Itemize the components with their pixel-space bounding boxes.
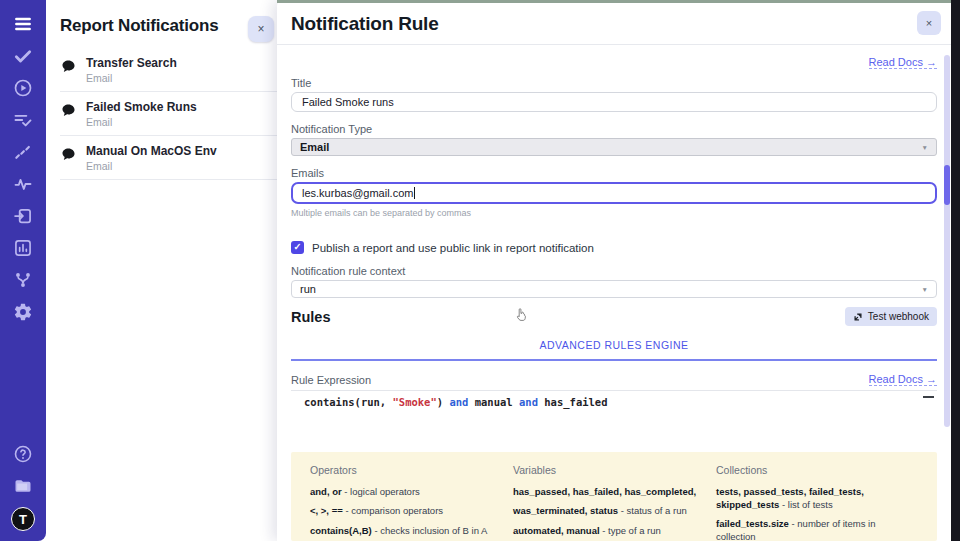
emails-input-value: les.kurbas@gmail.com bbox=[302, 187, 413, 199]
sidebar: T bbox=[0, 0, 46, 541]
window-right-edge bbox=[951, 0, 960, 541]
help-column: Collectionstests, passed_tests, failed_t… bbox=[716, 464, 931, 541]
help-column-title: Operators bbox=[310, 464, 499, 476]
webhook-icon bbox=[853, 312, 863, 322]
list-check-icon[interactable] bbox=[12, 109, 34, 131]
rule-panel-header: Notification Rule × bbox=[277, 3, 951, 45]
emails-input[interactable]: les.kurbas@gmail.com bbox=[291, 182, 937, 204]
text-cursor bbox=[414, 187, 415, 199]
rules-tabs: ADVANCED RULES ENGINE bbox=[291, 329, 937, 361]
notification-list: Transfer Search Email Failed Smoke Runs … bbox=[46, 48, 277, 180]
publish-checkbox[interactable] bbox=[291, 241, 304, 254]
scrollbar-track[interactable] bbox=[944, 55, 950, 427]
check-icon[interactable] bbox=[12, 45, 34, 67]
publish-checkbox-row[interactable]: Publish a report and use public link in … bbox=[291, 241, 937, 254]
read-docs-row: Read Docs → bbox=[291, 52, 937, 66]
publish-checkbox-label: Publish a report and use public link in … bbox=[312, 242, 594, 254]
notification-item-text: Failed Smoke Runs Email bbox=[86, 99, 197, 128]
notification-list-item[interactable]: Transfer Search Email bbox=[60, 48, 277, 92]
emails-help-text: Multiple emails can be separated by comm… bbox=[291, 208, 937, 218]
rule-context-value: run bbox=[300, 283, 316, 295]
notification-item-title: Transfer Search bbox=[86, 56, 177, 70]
rules-row: Rules Test webhook bbox=[291, 307, 937, 326]
folder-icon[interactable] bbox=[12, 475, 34, 497]
activity-icon[interactable] bbox=[12, 173, 34, 195]
notification-item-text: Manual On MacOS Env Email bbox=[86, 143, 217, 172]
notification-item-type: Email bbox=[86, 116, 197, 128]
test-webhook-button[interactable]: Test webhook bbox=[845, 307, 937, 326]
chat-bubble-icon bbox=[60, 58, 77, 75]
app-logo[interactable]: T bbox=[11, 507, 35, 531]
notification-item-type: Email bbox=[86, 72, 177, 84]
chevron-down-icon: ▼ bbox=[922, 286, 928, 293]
branch-icon[interactable] bbox=[12, 269, 34, 291]
play-circle-icon[interactable] bbox=[12, 77, 34, 99]
rule-expression-row: Rule Expression Read Docs → bbox=[291, 373, 937, 386]
report-notifications-panel: Report Notifications × Transfer Search E… bbox=[46, 0, 277, 541]
rule-expression-label: Rule Expression bbox=[291, 374, 371, 386]
help-line: automated, manual - type of a run bbox=[513, 525, 702, 538]
context-field-label: Notification rule context bbox=[291, 265, 937, 277]
close-rule-panel-button[interactable]: × bbox=[917, 11, 941, 35]
read-docs-link[interactable]: Read Docs → bbox=[869, 56, 937, 69]
help-line: has_passed, has_failed, has_completed, bbox=[513, 486, 702, 499]
close-notifications-button[interactable]: × bbox=[248, 16, 274, 42]
notification-item-title: Manual On MacOS Env bbox=[86, 144, 217, 158]
rule-expression-code[interactable]: contains(run, "Smoke") and manual and ha… bbox=[304, 396, 921, 408]
rule-panel-body: Read Docs → Title Failed Smoke runs Noti… bbox=[277, 45, 951, 541]
scrollbar-thumb[interactable] bbox=[944, 165, 950, 205]
rule-expression-editor[interactable]: contains(run, "Smoke") and manual and ha… bbox=[291, 390, 937, 452]
notifications-header: Report Notifications × bbox=[46, 0, 277, 48]
notification-item-type: Email bbox=[86, 160, 217, 172]
menu-icon[interactable] bbox=[12, 13, 34, 35]
rule-context-select[interactable]: run ▼ bbox=[291, 280, 937, 298]
enter-icon[interactable] bbox=[12, 205, 34, 227]
help-line: tests, passed_tests, failed_tests, skipp… bbox=[716, 486, 917, 512]
help-line: and, or - logical operators bbox=[310, 486, 499, 499]
title-input-value: Failed Smoke runs bbox=[302, 96, 394, 108]
help-line: was_terminated, status - status of a run bbox=[513, 505, 702, 518]
help-column: Variableshas_passed, has_failed, has_com… bbox=[513, 464, 716, 541]
expression-help-panel: Operatorsand, or - logical operators<, >… bbox=[291, 452, 937, 541]
steps-icon[interactable] bbox=[12, 141, 34, 163]
help-column: Operatorsand, or - logical operators<, >… bbox=[310, 464, 513, 541]
notification-type-select[interactable]: Email ▼ bbox=[291, 138, 937, 156]
test-webhook-label: Test webhook bbox=[868, 311, 929, 322]
rule-panel-title: Notification Rule bbox=[291, 13, 439, 35]
read-docs-link-rules[interactable]: Read Docs → bbox=[869, 373, 937, 386]
notification-list-item[interactable]: Failed Smoke Runs Email bbox=[60, 92, 277, 136]
app-window: T Report Notifications × Transfer Search… bbox=[0, 0, 960, 541]
notification-rule-panel: Notification Rule × Read Docs → Title Fa… bbox=[277, 0, 951, 541]
chat-bubble-icon bbox=[60, 146, 77, 163]
help-column-title: Variables bbox=[513, 464, 702, 476]
emails-field-label: Emails bbox=[291, 167, 937, 179]
chat-bubble-icon bbox=[60, 102, 77, 119]
type-field-label: Notification Type bbox=[291, 123, 937, 135]
bar-chart-icon[interactable] bbox=[12, 237, 34, 259]
rules-heading: Rules bbox=[291, 309, 331, 325]
notification-type-value: Email bbox=[300, 141, 329, 153]
title-field-label: Title bbox=[291, 77, 937, 89]
help-line: <, >, == - comparison operators bbox=[310, 505, 499, 518]
notifications-title: Report Notifications bbox=[60, 16, 263, 36]
gear-icon[interactable] bbox=[12, 301, 34, 323]
help-line: failed_tests.size - number of items in c… bbox=[716, 518, 917, 541]
notification-item-title: Failed Smoke Runs bbox=[86, 100, 197, 114]
help-column-title: Collections bbox=[716, 464, 917, 476]
help-icon[interactable] bbox=[12, 443, 34, 465]
editor-resize-handle[interactable] bbox=[923, 396, 934, 398]
notification-item-text: Transfer Search Email bbox=[86, 55, 177, 84]
notification-list-item[interactable]: Manual On MacOS Env Email bbox=[60, 136, 277, 180]
title-input[interactable]: Failed Smoke runs bbox=[291, 92, 937, 112]
tab-advanced-rules-engine[interactable]: ADVANCED RULES ENGINE bbox=[539, 339, 688, 351]
help-line: contains(A,B) - checks inclusion of B in… bbox=[310, 525, 499, 538]
chevron-down-icon: ▼ bbox=[922, 144, 928, 151]
